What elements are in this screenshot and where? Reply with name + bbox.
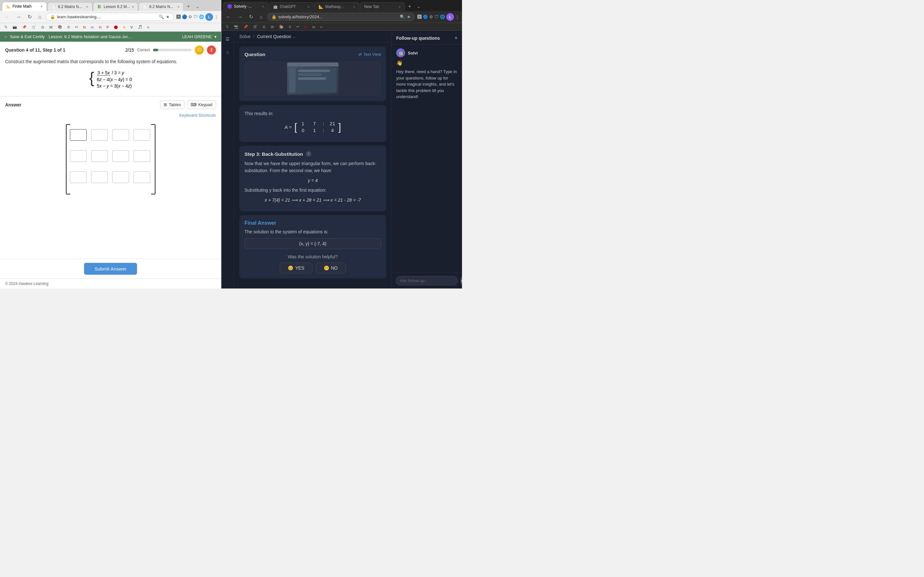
right-bm-n[interactable]: N bbox=[302, 24, 309, 29]
breadcrumb-current-question[interactable]: Current Question ⌄ bbox=[257, 34, 296, 39]
matrix-cell-0-1[interactable] bbox=[91, 129, 108, 141]
bookmark-p[interactable]: P bbox=[105, 25, 111, 30]
breadcrumb-home[interactable]: Solve bbox=[239, 34, 250, 39]
bookmark-red[interactable]: ⬤ bbox=[112, 24, 120, 30]
tables-button[interactable]: ⊞ Tables bbox=[160, 100, 184, 109]
right-forward-button[interactable]: → bbox=[236, 13, 244, 21]
right-bookmark-icon[interactable]: ★ bbox=[407, 15, 411, 19]
followup-send-button[interactable]: ➤ bbox=[460, 276, 462, 285]
tab-finite-math[interactable]: 📐 Finite Math × bbox=[2, 2, 47, 11]
right-bm-ig[interactable]: 📷 bbox=[232, 24, 240, 29]
bookmark-book[interactable]: 📚 bbox=[56, 24, 64, 30]
sidebar-home-icon[interactable]: ⌂ bbox=[223, 47, 232, 56]
right-search-icon[interactable]: 🔍 bbox=[400, 15, 405, 19]
right-bm-x[interactable]: 𝕏 bbox=[224, 24, 231, 29]
bookmark-n[interactable]: N bbox=[81, 25, 87, 30]
right-bm-pin[interactable]: 📌 bbox=[242, 24, 250, 29]
right-bm-w[interactable]: W bbox=[269, 24, 276, 29]
submit-answer-button[interactable]: Submit Answer bbox=[84, 263, 137, 275]
extension1-icon[interactable]: 🅰 bbox=[176, 15, 181, 19]
bookmark-x[interactable]: 𝕏 bbox=[3, 24, 9, 30]
step3-help-icon[interactable]: ? bbox=[306, 151, 312, 157]
right-ext3-icon[interactable]: ⚙ bbox=[429, 15, 433, 19]
matrix-cell-2-3[interactable] bbox=[134, 171, 150, 183]
extension4-icon[interactable]: 🛡 bbox=[194, 15, 198, 19]
tab-overflow-button[interactable]: ⌄ bbox=[193, 3, 202, 10]
matrix-cell-0-3[interactable] bbox=[134, 129, 150, 141]
matrix-cell-1-2[interactable] bbox=[112, 150, 129, 162]
bookmark-a[interactable]: A bbox=[121, 25, 127, 30]
extension2-icon[interactable]: 🔵 bbox=[182, 15, 187, 19]
right-back-button[interactable]: ← bbox=[224, 13, 233, 21]
sidebar-menu-icon[interactable]: ☰ bbox=[223, 35, 232, 44]
right-tab1-close[interactable]: × bbox=[262, 5, 264, 8]
right-profile-avatar[interactable]: L bbox=[446, 13, 454, 21]
matrix-cell-0-0[interactable] bbox=[70, 129, 87, 141]
profile-avatar[interactable]: L bbox=[205, 13, 213, 21]
text-view-button[interactable]: ⇄ Text View bbox=[359, 52, 381, 57]
bookmark-h[interactable]: H bbox=[97, 25, 103, 30]
tab3-close[interactable]: × bbox=[132, 5, 134, 9]
right-new-tab-button[interactable]: + bbox=[405, 2, 414, 11]
right-ext1-icon[interactable]: 🅰 bbox=[417, 15, 422, 19]
bookmarks-overflow[interactable]: » bbox=[145, 24, 150, 30]
matrix-cell-1-1[interactable] bbox=[91, 150, 108, 162]
right-bm-amazon[interactable]: 🛒 bbox=[251, 24, 260, 29]
right-menu-icon[interactable]: ⋮ bbox=[455, 15, 459, 19]
reload-button[interactable]: ↻ bbox=[26, 13, 34, 21]
extension3-icon[interactable]: ⚙ bbox=[188, 15, 192, 19]
keypad-button[interactable]: ⌨ Keypad bbox=[187, 100, 216, 109]
right-reload-button[interactable]: ↻ bbox=[247, 13, 255, 21]
followup-close-button[interactable]: × bbox=[455, 35, 457, 41]
bookmark-arrow[interactable]: ↩ bbox=[73, 24, 80, 30]
matrix-cell-2-1[interactable] bbox=[91, 171, 108, 183]
right-ext5-icon[interactable]: 🌐 bbox=[440, 15, 445, 19]
bookmark-w[interactable]: W bbox=[47, 25, 55, 30]
matrix-cell-2-2[interactable] bbox=[112, 171, 129, 183]
right-ext4-icon[interactable]: 🛡 bbox=[435, 15, 439, 19]
matrix-cell-0-2[interactable] bbox=[112, 129, 129, 141]
tab1-close[interactable]: × bbox=[41, 5, 43, 8]
forward-button[interactable]: → bbox=[14, 13, 23, 21]
bookmark-ig[interactable]: 📷 bbox=[11, 24, 19, 30]
right-tab-solvely[interactable]: Solvely -... × bbox=[223, 2, 268, 11]
right-tab-mathway[interactable]: 📐 Mathway... × bbox=[314, 2, 359, 11]
bookmark-pin[interactable]: 📌 bbox=[20, 24, 29, 30]
right-tab4-close[interactable]: × bbox=[399, 5, 401, 9]
bookmark-g[interactable]: G bbox=[39, 25, 46, 30]
matrix-cell-1-3[interactable] bbox=[134, 150, 150, 162]
home-button[interactable]: ⌂ bbox=[36, 13, 43, 21]
tab-matrix-n2[interactable]: 📄 6.2 Matrix N... × bbox=[139, 2, 184, 11]
right-bm-g[interactable]: G bbox=[261, 24, 268, 29]
right-tab3-close[interactable]: × bbox=[353, 5, 355, 9]
menu-icon[interactable]: ⋮ bbox=[214, 15, 218, 19]
extension5-icon[interactable]: 🌐 bbox=[199, 15, 204, 19]
tab4-close[interactable]: × bbox=[178, 5, 179, 9]
right-tab2-close[interactable]: × bbox=[308, 5, 310, 9]
bookmark-star-icon[interactable]: ★ bbox=[166, 15, 170, 19]
right-bm-c[interactable]: © bbox=[287, 24, 293, 29]
new-tab-button[interactable]: + bbox=[184, 2, 192, 11]
right-tab-overflow[interactable]: ⌄ bbox=[414, 3, 423, 10]
right-bm-m[interactable]: m bbox=[310, 24, 317, 29]
matrix-cell-2-0[interactable] bbox=[70, 171, 87, 183]
yes-button[interactable]: 😊 YES bbox=[280, 263, 312, 274]
right-address-bar[interactable]: 🔒 solvely.ai/history/2024... 🔍 ★ bbox=[267, 13, 415, 21]
right-bm-book[interactable]: 📚 bbox=[277, 24, 286, 29]
search-icon[interactable]: 🔍 bbox=[159, 15, 164, 19]
right-bm-arrow[interactable]: ↩ bbox=[294, 24, 301, 29]
right-tab-newtab[interactable]: New Tab × bbox=[360, 2, 405, 11]
tab-matrix-n1[interactable]: 📄 6.2 Matrix N... × bbox=[47, 2, 92, 11]
bookmark-music[interactable]: 🎵 bbox=[136, 24, 144, 30]
tab-lesson-62[interactable]: 📗 Lesson 6.2 M... × bbox=[93, 2, 138, 11]
tab2-close[interactable]: × bbox=[86, 5, 88, 9]
keyboard-shortcuts-link[interactable]: Keyboard Shortcuts bbox=[5, 113, 216, 118]
right-tab-chatgpt[interactable]: 🤖 ChatGPT × bbox=[269, 2, 314, 11]
back-button[interactable]: ← bbox=[3, 13, 11, 21]
user-menu[interactable]: LEAH GREENE ▼ bbox=[182, 34, 217, 39]
right-ext2-icon[interactable]: 🔵 bbox=[423, 15, 428, 19]
no-button[interactable]: 😕 NO bbox=[316, 263, 346, 274]
right-bm-overflow[interactable]: » bbox=[318, 24, 324, 29]
save-exit-certify-button[interactable]: ← Save & Exit Certify bbox=[4, 34, 45, 39]
bookmark-amazon[interactable]: 🛒 bbox=[30, 24, 38, 30]
